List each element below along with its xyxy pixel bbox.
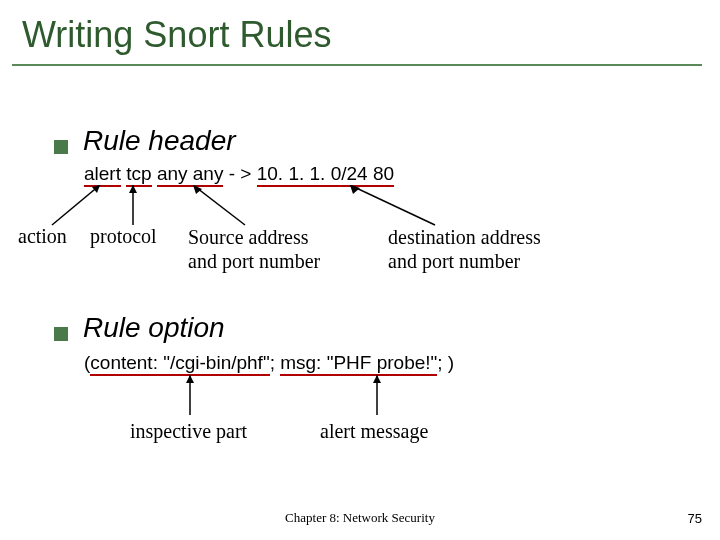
arrow-alertmsg [362,375,392,425]
rule-header-line: alert tcp any any - > 10. 1. 1. 0/24 80 [84,163,394,185]
heading-text-2: Rule option [83,312,225,344]
sep1: ; [270,352,281,373]
section-heading-1: Rule header [54,125,236,157]
rule-arrow-literal: - > [229,163,252,184]
rule-msg: msg: "PHF probe!" [280,352,437,376]
arrow-inspective [175,375,205,425]
rule-option-line: (content: "/cgi-bin/phf"; msg: "PHF prob… [84,352,454,374]
paren-close: ; ) [437,352,454,373]
bullet-icon [54,327,68,341]
svg-line-4 [193,185,245,225]
page-number: 75 [688,511,702,526]
svg-line-0 [52,185,100,225]
rule-source: any any [157,163,224,187]
svg-marker-9 [186,375,194,383]
section-heading-2: Rule option [54,312,225,344]
label-inspective: inspective part [130,420,247,443]
label-action: action [18,225,67,248]
heading-text-1: Rule header [83,125,236,157]
label-dest: destination address and port number [388,225,541,273]
label-alertmsg: alert message [320,420,428,443]
title-underline [12,64,702,66]
label-source: Source address and port number [188,225,320,273]
label-protocol: protocol [90,225,157,248]
bullet-icon [54,140,68,154]
svg-marker-11 [373,375,381,383]
footer-text: Chapter 8: Network Security [285,510,435,526]
rule-protocol: tcp [126,163,151,187]
rule-dest: 10. 1. 1. 0/24 80 [257,163,394,187]
svg-line-6 [350,185,435,225]
rule-action: alert [84,163,121,187]
slide-title: Writing Snort Rules [0,0,720,64]
rule-content: content: "/cgi-bin/phf" [90,352,269,376]
